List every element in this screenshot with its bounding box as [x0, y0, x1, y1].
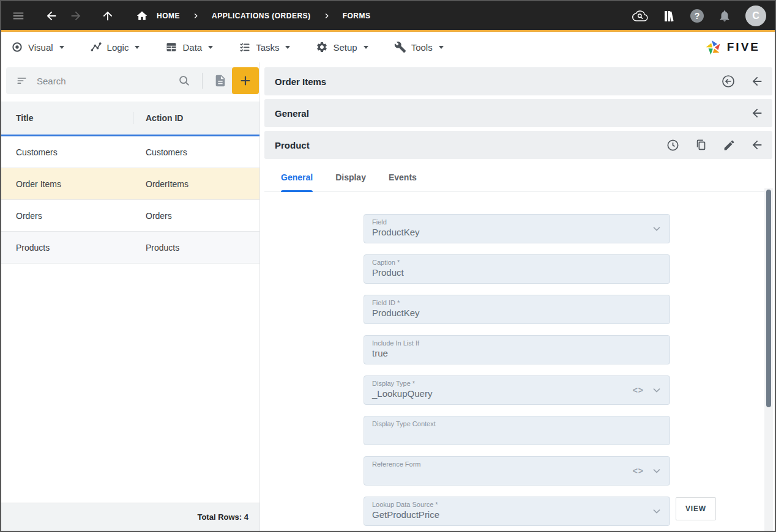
- history-clock-icon[interactable]: [666, 138, 680, 152]
- collapse-back-icon[interactable]: [750, 106, 764, 120]
- hamburger-menu-icon[interactable]: [10, 7, 27, 24]
- top-navigation-bar: HOME APPLICATIONS (ORDERS) FORMS: [1, 1, 775, 32]
- copy-record-icon[interactable]: [209, 67, 232, 94]
- breadcrumb-home[interactable]: HOME: [157, 12, 180, 20]
- brand-text: FIVE: [727, 40, 760, 54]
- product-general-form: Field ProductKey Caption * Product: [264, 192, 772, 526]
- tab-general[interactable]: General: [281, 163, 313, 192]
- plus-icon: [239, 74, 252, 87]
- library-books-icon[interactable]: [661, 7, 678, 24]
- scrollbar-track[interactable]: [764, 188, 773, 531]
- collapse-back-icon[interactable]: [750, 75, 764, 88]
- table-empty-space: [1, 264, 259, 503]
- menu-tools[interactable]: Tools: [394, 41, 444, 53]
- table-row-customers[interactable]: Customers Customers: [1, 136, 259, 168]
- visual-eye-icon: [11, 41, 23, 53]
- logic-flow-icon: [90, 41, 102, 53]
- caret-down-icon: [59, 46, 64, 49]
- menu-data[interactable]: Data: [165, 41, 213, 53]
- breadcrumb-applications[interactable]: APPLICATIONS (ORDERS): [212, 12, 311, 20]
- undo-circle-icon[interactable]: [721, 74, 736, 89]
- tab-events[interactable]: Events: [389, 163, 417, 192]
- menu-logic[interactable]: Logic: [90, 41, 140, 53]
- scrollbar-thumb[interactable]: [766, 190, 771, 407]
- search-bar: [6, 67, 259, 94]
- column-header-title[interactable]: Title: [16, 113, 146, 123]
- tab-display[interactable]: Display: [335, 163, 366, 192]
- breadcrumb-forms[interactable]: FORMS: [343, 12, 371, 20]
- total-rows-footer: Total Rows: 4: [1, 503, 259, 531]
- caret-down-icon: [364, 46, 368, 49]
- table-row-order-items[interactable]: Order Items OrderItems: [1, 168, 259, 200]
- section-title: Order Items: [275, 76, 326, 87]
- display-type-dropdown[interactable]: Display Type * _LookupQuery <>: [364, 375, 670, 405]
- edit-pencil-icon[interactable]: [723, 139, 736, 152]
- menu-visual[interactable]: Visual: [11, 41, 64, 53]
- collapse-back-icon[interactable]: [750, 138, 764, 152]
- five-brand-logo: FIVE: [705, 39, 765, 56]
- cloud-search-icon[interactable]: [632, 7, 649, 24]
- chevron-down-icon[interactable]: [651, 465, 662, 476]
- forms-list-panel: Title Action ID Customers Customers Orde…: [1, 62, 260, 531]
- caret-down-icon: [285, 46, 290, 49]
- app-window: HOME APPLICATIONS (ORDERS) FORMS: [0, 0, 776, 532]
- lookup-data-source-dropdown[interactable]: Lookup Data Source * GetProductPrice: [364, 497, 670, 526]
- caption-input[interactable]: Caption * Product: [364, 254, 670, 284]
- main-menu-bar: Visual Logic Data Tasks Setup: [1, 32, 775, 62]
- divider: [202, 73, 203, 89]
- section-general: General: [264, 99, 772, 127]
- section-title: General: [275, 108, 309, 119]
- add-form-button[interactable]: [232, 67, 259, 94]
- filter-icon[interactable]: [16, 75, 28, 87]
- five-pinwheel-icon: [705, 39, 722, 56]
- form-detail-panel: Order Items General: [260, 62, 775, 531]
- table-row-products[interactable]: Products Products: [1, 232, 259, 264]
- chevron-right-icon: [322, 11, 332, 21]
- home-icon[interactable]: [133, 7, 151, 24]
- caret-down-icon: [135, 46, 140, 49]
- reference-form-dropdown[interactable]: Reference Form <>: [364, 456, 670, 486]
- section-product: Product: [264, 131, 772, 159]
- chevron-right-icon: [191, 11, 201, 21]
- chevron-down-icon[interactable]: [651, 506, 662, 517]
- caret-down-icon: [439, 46, 444, 49]
- setup-gear-icon: [316, 41, 328, 53]
- table-row-orders[interactable]: Orders Orders: [1, 200, 259, 232]
- total-rows-label: Total Rows: 4: [197, 512, 248, 522]
- include-in-list-if-input[interactable]: Include In List If true: [364, 335, 670, 364]
- tasks-checklist-icon: [239, 41, 251, 53]
- notifications-bell-icon[interactable]: [716, 7, 733, 24]
- up-arrow-icon[interactable]: [99, 7, 116, 24]
- table-header: Title Action ID: [1, 102, 259, 135]
- chevron-down-icon[interactable]: [651, 385, 662, 396]
- code-icon[interactable]: <>: [633, 385, 644, 395]
- section-order-items: Order Items: [264, 67, 772, 95]
- data-table-icon: [165, 41, 177, 53]
- forward-arrow-icon[interactable]: [67, 7, 84, 24]
- copy-icon[interactable]: [695, 138, 708, 152]
- view-button[interactable]: VIEW: [676, 497, 716, 520]
- back-arrow-icon[interactable]: [43, 7, 60, 24]
- search-input[interactable]: [37, 76, 173, 86]
- chevron-down-icon[interactable]: [651, 223, 662, 234]
- avatar[interactable]: C: [745, 6, 766, 26]
- caret-down-icon: [208, 46, 213, 49]
- menu-setup[interactable]: Setup: [316, 41, 368, 53]
- menu-tasks[interactable]: Tasks: [239, 41, 290, 53]
- tools-icon: [394, 41, 406, 53]
- field-dropdown[interactable]: Field ProductKey: [364, 214, 670, 243]
- help-icon[interactable]: ?: [690, 9, 704, 23]
- field-id-input[interactable]: Field ID * ProductKey: [364, 295, 670, 324]
- search-icon[interactable]: [173, 67, 196, 94]
- product-tabs: General Display Events: [264, 163, 772, 192]
- section-title: Product: [275, 140, 310, 150]
- code-icon[interactable]: <>: [633, 466, 644, 476]
- display-type-context-input[interactable]: Display Type Context: [364, 416, 670, 445]
- column-header-action-id[interactable]: Action ID: [146, 113, 259, 123]
